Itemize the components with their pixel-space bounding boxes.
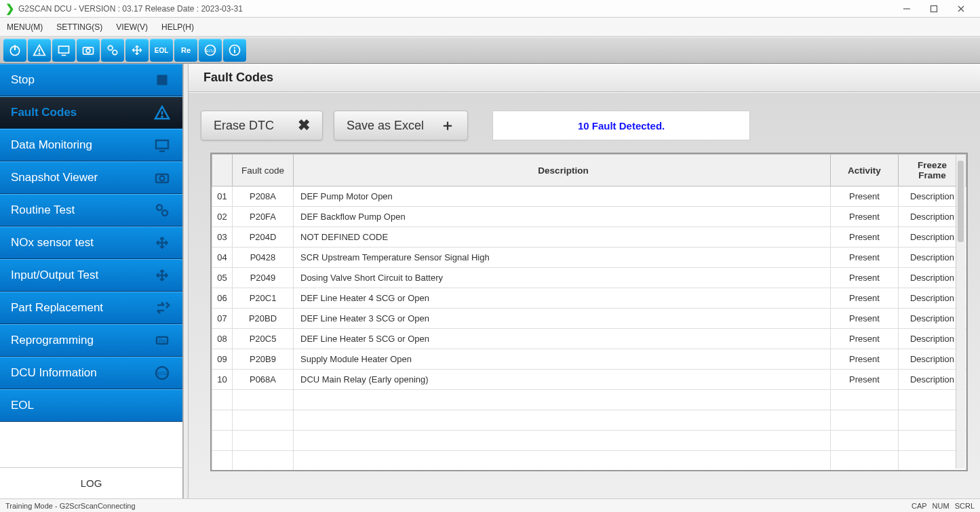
- save-excel-button[interactable]: Save as Excel ＋: [334, 111, 468, 140]
- cell-activity: Present: [831, 329, 899, 349]
- cell-desc: DEF Line Heater 5 SCG or Open: [294, 329, 831, 349]
- sidebar-item-label: Input/Output Test: [11, 269, 98, 282]
- cell-index: 05: [212, 268, 233, 288]
- svg-point-17: [234, 47, 235, 49]
- camera-icon[interactable]: [77, 39, 100, 62]
- sidebar-item-snapshot-viewer[interactable]: Snapshot Viewer: [0, 161, 182, 194]
- svg-text:ECU: ECU: [157, 371, 167, 376]
- cell-index: 10: [212, 370, 233, 390]
- info-icon[interactable]: [223, 39, 246, 62]
- sidebar-item-label: EOL: [11, 399, 34, 412]
- svg-point-11: [86, 49, 90, 53]
- menu-setting[interactable]: SETTING(S): [56, 22, 102, 32]
- stop-icon: [153, 71, 172, 90]
- sidebar-item-label: Fault Codes: [11, 106, 77, 119]
- re-icon[interactable]: Re: [174, 39, 197, 62]
- minimize-button[interactable]: [893, 0, 920, 18]
- col-header-desc[interactable]: Description: [294, 155, 831, 186]
- sidebar-item-fault-codes[interactable]: Fault Codes: [0, 96, 182, 129]
- cell-index: 08: [212, 329, 233, 349]
- cell-code: P20C1: [233, 288, 294, 309]
- svg-text:Re: Re: [159, 338, 166, 344]
- x-icon: ✖: [298, 117, 310, 134]
- cell-desc: Dosing Valve Short Circuit to Battery: [294, 268, 831, 288]
- table-row[interactable]: 10P068ADCU Main Relay (Early opening)Pre…: [212, 370, 966, 390]
- table-row[interactable]: 01P208ADEF Pump Motor OpenPresentDescrip…: [212, 186, 966, 207]
- cell-desc: DEF Line Heater 3 SCG or Open: [294, 309, 831, 329]
- log-button[interactable]: LOG: [0, 467, 182, 498]
- col-header-index[interactable]: [212, 155, 233, 186]
- sidebar-item-label: Part Replacement: [11, 301, 103, 315]
- table-row[interactable]: 07P20BDDEF Line Heater 3 SCG or OpenPres…: [212, 309, 966, 329]
- cell-code: P20BD: [233, 309, 294, 329]
- gears-icon[interactable]: [101, 39, 124, 62]
- power-icon[interactable]: [3, 39, 26, 62]
- main-panel: Fault Codes Erase DTC ✖ Save as Excel ＋ …: [189, 64, 980, 498]
- cell-index: 06: [212, 288, 233, 309]
- svg-rect-22: [156, 140, 168, 149]
- table-row[interactable]: 03P204DNOT DEFINED CODEPresentDescriptio…: [212, 227, 966, 248]
- cell-activity: Present: [831, 248, 899, 268]
- table-row[interactable]: 08P20C5DEF Line Heater 5 SCG or OpenPres…: [212, 329, 966, 349]
- cell-index: 01: [212, 186, 233, 207]
- cell-index: 09: [212, 349, 233, 370]
- col-header-code[interactable]: Fault code: [233, 155, 294, 186]
- svg-point-12: [108, 45, 113, 50]
- table-row[interactable]: 05P2049Dosing Valve Short Circuit to Bat…: [212, 268, 966, 288]
- sidebar-item-label: Reprogramming: [11, 334, 94, 347]
- sidebar-item-input-output-test[interactable]: Input/Output Test: [0, 259, 182, 292]
- sidebar-item-routine-test[interactable]: Routine Test: [0, 194, 182, 227]
- menu-menu[interactable]: MENU(M): [7, 22, 43, 32]
- monitor-icon[interactable]: [52, 39, 75, 62]
- re-icon: Re: [153, 331, 172, 350]
- camera-icon: [153, 168, 172, 187]
- swap-icon: [153, 298, 172, 317]
- sidebar-item-part-replacement[interactable]: Part Replacement: [0, 292, 182, 324]
- titlebar: ❯ G2SCAN DCU - VERSION : 03.17 Release D…: [0, 0, 980, 18]
- svg-rect-19: [157, 75, 167, 85]
- svg-point-26: [157, 205, 162, 210]
- close-button[interactable]: [947, 0, 975, 18]
- cell-activity: Present: [831, 186, 899, 207]
- cell-code: P208A: [233, 186, 294, 207]
- sidebar-item-nox-sensor-test[interactable]: NOx sensor test: [0, 227, 182, 259]
- svg-point-13: [113, 50, 117, 55]
- svg-text:ECU: ECU: [206, 49, 214, 53]
- cell-index: 02: [212, 207, 233, 227]
- cell-desc: DEF Line Heater 4 SCG or Open: [294, 288, 831, 309]
- ecu-icon[interactable]: ECU: [199, 39, 222, 62]
- sidebar-item-eol[interactable]: EOL: [0, 389, 182, 422]
- arrows-icon: [153, 233, 172, 252]
- cell-code: P068A: [233, 370, 294, 390]
- cell-code: P2049: [233, 268, 294, 288]
- sidebar-item-stop[interactable]: Stop: [0, 64, 182, 96]
- sidebar-item-label: Stop: [11, 73, 35, 87]
- sidebar-item-reprogramming[interactable]: ReprogrammingRe: [0, 324, 182, 357]
- cell-activity: Present: [831, 309, 899, 329]
- warning-icon[interactable]: [28, 39, 51, 62]
- cell-desc: DEF Backflow Pump Open: [294, 207, 831, 227]
- erase-dtc-label: Erase DTC: [214, 119, 274, 133]
- cell-activity: Present: [831, 370, 899, 390]
- gears-icon: [153, 201, 172, 220]
- window-title: G2SCAN DCU - VERSION : 03.17 Release Dat…: [18, 4, 243, 14]
- eol-icon[interactable]: EOL: [150, 39, 173, 62]
- cell-desc: Supply Module Heater Open: [294, 349, 831, 370]
- sidebar-item-dcu-information[interactable]: DCU InformationECU: [0, 357, 182, 389]
- sidebar-item-data-monitoring[interactable]: Data Monitoring: [0, 129, 182, 161]
- arrows-icon[interactable]: [125, 39, 149, 62]
- table-row[interactable]: 02P20FADEF Backflow Pump OpenPresentDesc…: [212, 207, 966, 227]
- table-scrollbar[interactable]: [956, 155, 965, 469]
- menu-view[interactable]: VIEW(V): [116, 22, 148, 32]
- maximize-button[interactable]: [920, 0, 947, 18]
- table-row[interactable]: 04P0428SCR Upstream Temperature Sensor S…: [212, 248, 966, 268]
- table-row[interactable]: 09P20B9Supply Module Heater OpenPresentD…: [212, 349, 966, 370]
- sidebar-item-label: DCU Information: [11, 366, 97, 380]
- sidebar-divider[interactable]: [183, 64, 189, 498]
- col-header-activity[interactable]: Activity: [831, 155, 899, 186]
- erase-dtc-button[interactable]: Erase DTC ✖: [201, 111, 323, 140]
- sidebar-item-label: NOx sensor test: [11, 236, 94, 250]
- statusbar: Training Mode - G2ScrScanConnecting CAP …: [0, 498, 980, 512]
- table-row[interactable]: 06P20C1DEF Line Heater 4 SCG or OpenPres…: [212, 288, 966, 309]
- menu-help[interactable]: HELP(H): [161, 22, 194, 32]
